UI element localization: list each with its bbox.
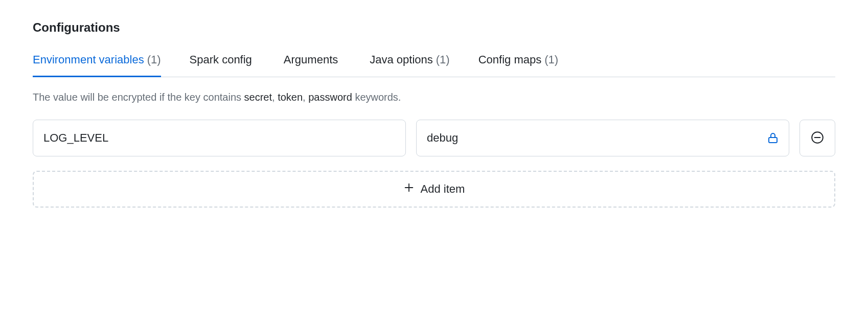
tab-spark-config[interactable]: Spark config: [190, 53, 255, 77]
tab-count: (1): [147, 53, 161, 66]
tabs: Environment variables (1) Spark config A…: [33, 53, 835, 77]
tab-arguments[interactable]: Arguments: [284, 53, 341, 77]
tab-config-maps[interactable]: Config maps (1): [478, 53, 558, 77]
tab-label: Arguments: [284, 53, 338, 66]
svg-rect-0: [769, 138, 777, 143]
tab-label: Config maps: [478, 53, 542, 66]
hint-keyword-token: token: [278, 92, 303, 103]
tab-environment-variables[interactable]: Environment variables (1): [33, 53, 161, 77]
minus-circle-icon: [811, 131, 824, 146]
tab-label: Java options: [370, 53, 433, 66]
env-value-input[interactable]: [416, 120, 789, 156]
hint-keyword-password: password: [308, 92, 352, 103]
encryption-hint: The value will be encrypted if the key c…: [33, 92, 835, 103]
hint-prefix: The value will be encrypted if the key c…: [33, 92, 244, 103]
tab-label: Spark config: [190, 53, 252, 66]
add-item-label: Add item: [421, 183, 465, 196]
tab-label: Environment variables: [33, 53, 144, 66]
hint-sep: ,: [303, 92, 308, 103]
hint-sep: ,: [272, 92, 278, 103]
tab-count: (1): [544, 53, 558, 66]
lock-icon[interactable]: [767, 132, 779, 144]
remove-row-button[interactable]: [800, 120, 835, 156]
env-key-input[interactable]: [33, 120, 406, 156]
tab-count: (1): [436, 53, 450, 66]
env-value-field: [416, 120, 789, 156]
hint-keyword-secret: secret: [244, 92, 272, 103]
hint-suffix: keywords.: [352, 92, 401, 103]
add-item-button[interactable]: Add item: [33, 171, 835, 208]
env-row: [33, 120, 835, 156]
tab-java-options[interactable]: Java options (1): [370, 53, 449, 77]
env-key-field: [33, 120, 406, 156]
plus-icon: [403, 182, 415, 196]
section-title: Configurations: [33, 20, 835, 35]
